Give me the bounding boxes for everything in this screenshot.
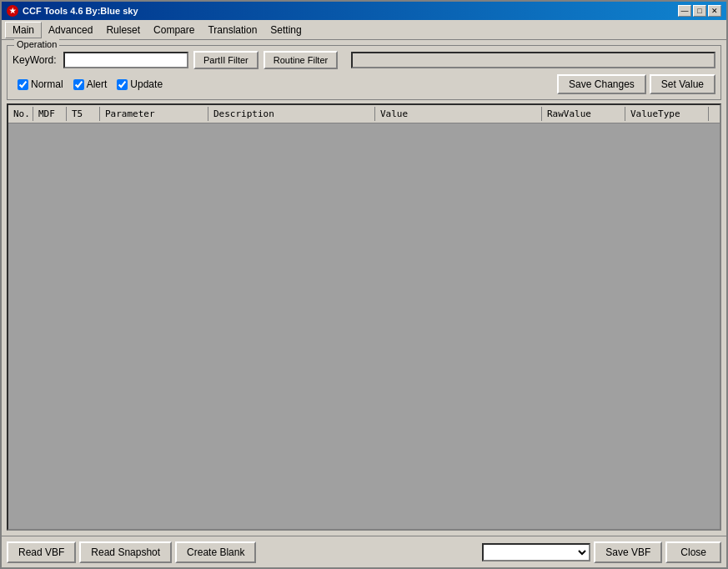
col-no: No. [8, 107, 33, 121]
menu-item-advanced[interactable]: Advanced [42, 23, 99, 38]
bottom-bar: Read VBF Read Snapshot Create Blank Save… [2, 536, 726, 567]
partii-filter-button[interactable]: PartII Filter [193, 51, 259, 69]
col-valuetype: ValueType [625, 107, 709, 121]
keyword-input[interactable] [63, 52, 188, 68]
minimize-button[interactable]: — [678, 5, 691, 17]
menu-item-ruleset[interactable]: Ruleset [99, 23, 147, 38]
normal-label: Normal [31, 78, 63, 90]
menu-item-translation[interactable]: Translation [201, 23, 264, 38]
alert-checkbox[interactable] [73, 79, 84, 90]
app-icon: ★ [7, 5, 18, 17]
menu-item-setting[interactable]: Setting [264, 23, 308, 38]
main-window: ★ CCF Tools 4.6 By:Blue sky — □ ✕ Main A… [0, 0, 728, 569]
bottom-dropdown[interactable] [482, 543, 590, 561]
read-vbf-button[interactable]: Read VBF [7, 541, 76, 563]
keyword-label: KeyWord: [13, 54, 58, 66]
right-input-bar [351, 52, 715, 68]
col-rawvalue: RawValue [542, 107, 625, 121]
update-label: Update [130, 78, 163, 90]
keyword-row: KeyWord: PartII Filter Routine Filter [13, 51, 715, 69]
update-checkbox[interactable] [117, 79, 128, 90]
normal-checkbox[interactable] [18, 79, 28, 90]
maximize-button[interactable]: □ [693, 5, 706, 17]
operation-group-label: Operation [14, 39, 59, 49]
close-window-button[interactable]: ✕ [708, 5, 721, 17]
menu-item-compare[interactable]: Compare [147, 23, 201, 38]
title-bar-left: ★ CCF Tools 4.6 By:Blue sky [7, 5, 138, 17]
col-parameter: Parameter [100, 107, 208, 121]
menu-bar: Main Advanced Ruleset Compare Translatio… [2, 20, 726, 40]
col-description: Description [208, 107, 375, 121]
set-value-button[interactable]: Set Value [650, 74, 715, 94]
normal-checkbox-label[interactable]: Normal [18, 78, 63, 90]
alert-checkbox-label[interactable]: Alert [73, 78, 108, 90]
col-mdf: MDF [33, 107, 67, 121]
alert-label: Alert [87, 78, 108, 90]
checkbox-row: Normal Alert Update [18, 78, 163, 90]
action-buttons: Save Changes Set Value [557, 74, 715, 94]
data-table-container: No. MDF T5 Parameter Description Value R… [7, 103, 721, 531]
menu-item-main[interactable]: Main [5, 22, 42, 38]
update-checkbox-label[interactable]: Update [117, 78, 163, 90]
close-button[interactable]: Close [665, 541, 721, 563]
col-value: Value [375, 107, 542, 121]
create-blank-button[interactable]: Create Blank [175, 541, 256, 563]
read-snapshot-button[interactable]: Read Snapshot [79, 541, 172, 563]
table-header: No. MDF T5 Parameter Description Value R… [8, 105, 720, 123]
title-bar: ★ CCF Tools 4.6 By:Blue sky — □ ✕ [2, 2, 726, 20]
save-changes-button[interactable]: Save Changes [557, 74, 646, 94]
save-vbf-button[interactable]: Save VBF [594, 541, 662, 563]
window-title: CCF Tools 4.6 By:Blue sky [23, 6, 138, 16]
title-controls: — □ ✕ [678, 5, 721, 17]
content-area: Operation KeyWord: PartII Filter Routine… [2, 40, 726, 536]
operation-group: Operation KeyWord: PartII Filter Routine… [7, 45, 721, 100]
col-t5: T5 [67, 107, 100, 121]
routine-filter-button[interactable]: Routine Filter [264, 51, 338, 69]
table-body [8, 123, 720, 531]
